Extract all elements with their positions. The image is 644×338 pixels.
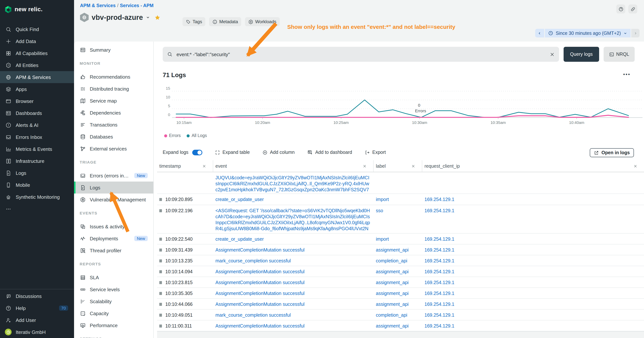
cell-label[interactable]: import <box>374 194 422 205</box>
sidebar-item-logs[interactable]: Logs <box>0 167 74 179</box>
help-button[interactable] <box>616 5 625 14</box>
cell-request-client-ip[interactable]: 169.254.129.1 <box>422 299 644 309</box>
service-nav-thread-profiler[interactable]: Thread profiler <box>74 244 153 256</box>
sidebar-item-dashboards[interactable]: Dashboards <box>0 107 74 119</box>
cell-label[interactable]: assignment_api <box>374 299 422 309</box>
clear-search-icon[interactable] <box>550 52 554 57</box>
remove-column-icon[interactable] <box>412 164 415 168</box>
service-nav-sla[interactable]: SLA <box>74 271 153 283</box>
sidebar-footer-help[interactable]: Help70 <box>0 302 74 314</box>
sidebar-footer-iterativ-gmbh[interactable]: Iterativ GmbH <box>0 326 74 338</box>
service-nav-issues-activity[interactable]: Issues & activity <box>74 220 153 232</box>
cell-event[interactable]: AssignmentCompletionMutation successful <box>213 244 374 255</box>
remove-column-icon[interactable] <box>634 164 637 168</box>
sidebar-item-synthetic-monitoring[interactable]: Synthetic Monitoring <box>0 191 74 203</box>
entity-chevron-down-icon[interactable] <box>146 15 150 20</box>
cell-request-client-ip[interactable]: 169.254.129.1 <box>422 205 644 233</box>
service-nav-summary[interactable]: Summary <box>74 44 153 56</box>
table-row[interactable]: 10:11:00.311AssignmentCompletionMutation… <box>157 320 644 331</box>
cell-label[interactable]: assignment_api <box>374 288 422 298</box>
cell-label[interactable]: import <box>374 234 422 244</box>
cell-label[interactable]: assignment_api <box>374 277 422 287</box>
cell-event[interactable]: <ASGIRequest: GET '/sso/callback/?state=… <box>213 205 374 234</box>
expand-logs-toggle[interactable] <box>192 150 202 155</box>
cell-request-client-ip[interactable]: 169.254.129.1 <box>422 288 644 298</box>
cell-event[interactable]: AssignmentCompletionMutation successful <box>213 299 374 309</box>
sidebar-item-all-entities[interactable]: All Entities <box>0 59 74 71</box>
column-header-timestamp[interactable]: timestamp <box>157 160 213 172</box>
chart-options-menu[interactable]: ••• <box>623 72 630 77</box>
remove-column-icon[interactable] <box>363 164 366 168</box>
time-range-dropdown[interactable]: Since 30 minutes ago (GMT+2) <box>545 29 630 38</box>
cell-label[interactable]: assignment_api <box>374 266 422 277</box>
cell-label[interactable]: completion_api <box>374 309 422 320</box>
sidebar-item-browser[interactable]: Browser <box>0 95 74 107</box>
service-nav-databases[interactable]: Databases <box>74 131 153 143</box>
cell-event[interactable]: mark_course_completion successful <box>213 309 374 320</box>
sidebar-item-all-capabilities[interactable]: All Capabilities <box>0 47 74 59</box>
cell-event[interactable]: AssignmentCompletionMutation successful <box>213 320 374 331</box>
cell-event[interactable]: AssignmentCompletionMutation successful <box>213 277 374 288</box>
cell-label[interactable]: assignment_api <box>374 244 422 255</box>
service-nav-service-levels[interactable]: Service levels <box>74 283 153 295</box>
table-row[interactable]: 10:09:20.895create_or_update_userimport1… <box>157 194 644 205</box>
table-row[interactable]: 10:10:13.235mark_course_completion succe… <box>157 255 644 266</box>
open-in-logs-button[interactable]: Open in logs <box>590 148 634 157</box>
service-nav-service-map[interactable]: Service map <box>74 95 153 107</box>
table-row[interactable]: 10:10:23.815AssignmentCompletionMutation… <box>157 277 644 288</box>
cell-label[interactable]: assignment_api <box>374 320 422 331</box>
cell-event[interactable]: AssignmentCompletionMutation successful <box>213 266 374 277</box>
legend-all-logs[interactable]: All Logs <box>187 133 207 138</box>
cell-request-client-ip[interactable]: 169.254.129.1 <box>422 277 644 287</box>
service-nav-errors-errors-inb-[interactable]: Errors (errors inb...New <box>74 170 153 182</box>
service-nav-deployments[interactable]: DeploymentsNew <box>74 232 153 244</box>
sidebar-item-quick-find[interactable]: Quick Find <box>0 23 74 35</box>
add-column-button[interactable]: Add column <box>262 150 295 155</box>
query-logs-button[interactable]: Query logs <box>564 47 599 62</box>
time-back-button[interactable] <box>535 29 544 38</box>
add-to-dashboard-button[interactable]: Add to dashboard <box>308 150 352 155</box>
service-nav-capacity[interactable]: Capacity <box>74 307 153 319</box>
permalink-button[interactable] <box>628 5 637 14</box>
service-nav-recommendations[interactable]: Recommendations <box>74 71 153 83</box>
cell-label[interactable]: sso <box>374 205 422 233</box>
table-row[interactable]: JUQVU&code=eyJraWQiOiJjcGltY29yZV8wOTI1M… <box>157 172 644 194</box>
table-row[interactable]: 10:09:22.540create_or_update_userimport1… <box>157 234 644 244</box>
column-header-event[interactable]: event <box>213 160 374 172</box>
cell-request-client-ip[interactable]: 169.254.129.1 <box>422 194 644 205</box>
expand-table-button[interactable]: Expand table <box>215 150 250 155</box>
sidebar-item-mobile[interactable]: Mobile <box>0 179 74 191</box>
breadcrumb-services-apm[interactable]: Services - APM <box>120 3 154 8</box>
service-nav-distributed-tracing[interactable]: Distributed tracing <box>74 83 153 95</box>
cell-request-client-ip[interactable]: 169.254.129.1 <box>422 255 644 266</box>
metadata-button[interactable]: Metadata <box>209 17 242 26</box>
table-row[interactable]: 10:09:22.196<ASGIRequest: GET '/sso/call… <box>157 205 644 234</box>
sidebar-item-errors-inbox[interactable]: Errors Inbox <box>0 131 74 143</box>
time-forward-button[interactable] <box>631 29 640 38</box>
column-header-request_client_ip[interactable]: request_client_ip <box>422 160 644 172</box>
tags-button[interactable]: Tags <box>182 17 206 26</box>
table-row[interactable]: 10:10:49.051mark_course_completion succe… <box>157 309 644 320</box>
breadcrumb-apm-services[interactable]: APM & Services <box>80 3 116 8</box>
cell-event[interactable]: mark_course_completion successful <box>213 255 374 266</box>
log-search-input[interactable] <box>176 51 546 58</box>
sidebar-item-apm-services[interactable]: APM & Services <box>0 71 74 83</box>
service-nav-logs[interactable]: Logs <box>74 182 153 193</box>
sidebar-item-alerts-ai[interactable]: Alerts & AI <box>0 119 74 131</box>
table-row[interactable]: 10:10:44.066AssignmentCompletionMutation… <box>157 299 644 309</box>
cell-request-client-ip[interactable] <box>422 172 644 193</box>
cell-event[interactable]: create_or_update_user <box>213 234 374 244</box>
legend-errors[interactable]: Errors <box>164 133 181 138</box>
sidebar-footer-discussions[interactable]: Discussions <box>0 290 74 302</box>
remove-column-icon[interactable] <box>202 164 206 168</box>
favorite-star-icon[interactable] <box>155 15 161 21</box>
cell-request-client-ip[interactable]: 169.254.129.1 <box>422 244 644 255</box>
cell-event[interactable]: create_or_update_user <box>213 194 374 205</box>
sidebar-item-metrics-events[interactable]: Metrics & Events <box>0 143 74 155</box>
table-row[interactable]: 10:10:35.305AssignmentCompletionMutation… <box>157 288 644 299</box>
cell-request-client-ip[interactable]: 169.254.129.1 <box>422 309 644 320</box>
table-row[interactable]: 10:10:14.094AssignmentCompletionMutation… <box>157 266 644 277</box>
column-header-label[interactable]: label <box>374 160 422 172</box>
cell-label[interactable]: completion_api <box>374 255 422 266</box>
sidebar-item-add-data[interactable]: Add Data <box>0 35 74 47</box>
